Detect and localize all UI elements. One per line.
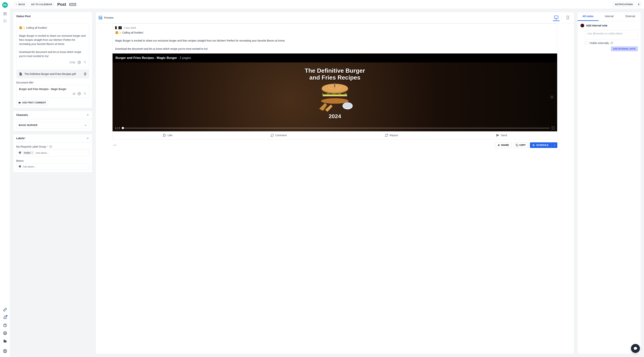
apps-grid-icon[interactable]: [3, 12, 7, 16]
add-note-label: Add internal note: [586, 24, 608, 27]
app-logo[interactable]: Pb: [2, 2, 8, 8]
link-icon[interactable]: [3, 308, 7, 312]
svg-point-50: [340, 87, 341, 88]
svg-point-6: [4, 14, 4, 15]
notifications-button[interactable]: NOTIFICATIONS: [613, 2, 635, 7]
svg-point-61: [116, 145, 116, 146]
svg-point-51: [330, 88, 331, 89]
svg-rect-16: [4, 340, 4, 340]
add-labels-input[interactable]: [23, 165, 87, 168]
copy-button[interactable]: COPY: [513, 142, 528, 148]
channels-panel: Channels MAGIC BURGER: [13, 111, 92, 131]
label-group-2-input[interactable]: [16, 164, 89, 170]
title-char-remaining: 19: [72, 92, 75, 95]
panel-toggle-icon[interactable]: [3, 19, 7, 23]
svg-rect-56: [334, 83, 335, 87]
labels-header[interactable]: Labels*: [13, 134, 92, 142]
label-chip: koalas ×: [23, 151, 34, 155]
comment-action[interactable]: Comment: [270, 134, 287, 137]
burger-image: [315, 83, 354, 115]
svg-point-8: [6, 14, 6, 15]
add-first-comment-button[interactable]: ADD FIRST COMMENT: [16, 100, 48, 105]
preview-header-label: Preview: [104, 16, 114, 19]
tab-external[interactable]: External: [620, 12, 641, 21]
repost-action[interactable]: Repost: [385, 134, 398, 137]
next-page-icon[interactable]: ›: [549, 94, 554, 100]
document-title-input[interactable]: [19, 88, 86, 90]
svg-point-4: [5, 14, 5, 14]
svg-rect-20: [4, 341, 4, 342]
more-options-icon[interactable]: [112, 143, 117, 148]
tag-icon: [18, 151, 21, 154]
go-to-calendar-button[interactable]: GO TO CALENDAR: [29, 2, 54, 7]
org-icon[interactable]: [3, 339, 7, 343]
svg-point-29: [78, 92, 81, 95]
tab-all-notes[interactable]: All notes: [578, 12, 598, 21]
send-action[interactable]: Send: [496, 134, 507, 137]
channel-select[interactable]: MAGIC BURGER: [16, 122, 89, 128]
info-icon[interactable]: [50, 145, 52, 148]
chat-widget-icon[interactable]: [631, 344, 640, 353]
gear-icon[interactable]: [3, 331, 7, 336]
user-account-icon[interactable]: [3, 349, 7, 353]
svg-rect-9: [4, 20, 6, 22]
info-icon[interactable]: [610, 42, 613, 44]
svg-rect-23: [6, 342, 6, 342]
preview-panel: Preview: [96, 12, 574, 354]
svg-point-52: [338, 88, 339, 89]
status-post-panel: Status Post 🍔✨ Calling all foodies! Magi…: [13, 12, 92, 108]
fullscreen-icon[interactable]: [552, 126, 554, 130]
ai-sparkle-icon[interactable]: [83, 61, 86, 64]
svg-point-0: [4, 12, 4, 13]
share-button[interactable]: SHARE: [495, 142, 511, 148]
svg-rect-18: [4, 340, 4, 341]
add-internal-note-button[interactable]: ADD INTERNAL NOTE: [611, 46, 638, 51]
post-text-line: Magic Burger is excited to share our exc…: [19, 34, 86, 46]
status-badge: Draft: [69, 3, 76, 6]
visible-externally-checkbox[interactable]: [585, 42, 588, 44]
svg-point-34: [50, 146, 51, 146]
add-labels-input[interactable]: [36, 152, 87, 154]
schedule-button[interactable]: SCHEDULE: [530, 142, 551, 148]
like-action[interactable]: Like: [163, 134, 172, 137]
schedule-dropdown[interactable]: [551, 142, 557, 148]
user-avatar: [580, 24, 584, 28]
mobile-preview-toggle[interactable]: [564, 14, 571, 21]
emoji-picker-icon[interactable]: [78, 92, 81, 96]
svg-point-12: [5, 326, 5, 326]
delete-attachment-icon[interactable]: [84, 72, 87, 76]
doc-cover-title: The Definitive Burgerand Fries Recipes: [305, 67, 365, 81]
svg-rect-22: [6, 341, 6, 341]
emoji-picker-icon[interactable]: [78, 61, 81, 64]
document-icon: [19, 72, 22, 76]
svg-point-25: [4, 350, 6, 351]
tag-icon: [18, 165, 21, 168]
page-title: Post: [57, 2, 66, 7]
svg-point-28: [80, 62, 80, 62]
label-group-1-input[interactable]: koalas ×: [16, 149, 89, 156]
tab-internal[interactable]: Internal: [598, 12, 620, 21]
page-slider[interactable]: [122, 128, 550, 128]
svg-point-59: [114, 145, 114, 146]
preview-text-line: Magic Burger is excited to share our exc…: [115, 39, 554, 43]
chevron-up-icon: [86, 114, 89, 116]
svg-point-49: [336, 86, 337, 87]
help-icon[interactable]: [3, 323, 7, 328]
linkedin-post-card: 1 Nov 2024 🍔✨ Calling all foodies! Magic…: [112, 24, 557, 140]
svg-point-58: [343, 103, 352, 108]
svg-point-1: [5, 12, 5, 13]
svg-point-47: [329, 87, 329, 87]
linkedin-icon: [98, 16, 102, 20]
remove-tag-icon[interactable]: ×: [32, 152, 33, 154]
labels-panel: Labels* My Required Label Group*: [13, 134, 92, 172]
note-textarea[interactable]: Use @mention to notify others: [585, 30, 638, 40]
desktop-preview-toggle[interactable]: [553, 14, 560, 21]
svg-point-3: [4, 14, 4, 14]
channels-header[interactable]: Channels: [13, 111, 92, 119]
attachment-row: The-Definitive-Burger-and-Fries-Recipes.…: [16, 70, 89, 78]
ai-sparkle-icon[interactable]: [83, 92, 86, 96]
label-group-2: Beans: [16, 159, 89, 162]
post-text-editor[interactable]: 🍔✨ Calling all foodies! Magic Burger is …: [16, 23, 89, 67]
back-button[interactable]: BACK: [13, 2, 27, 7]
bell-icon[interactable]: [3, 315, 7, 320]
